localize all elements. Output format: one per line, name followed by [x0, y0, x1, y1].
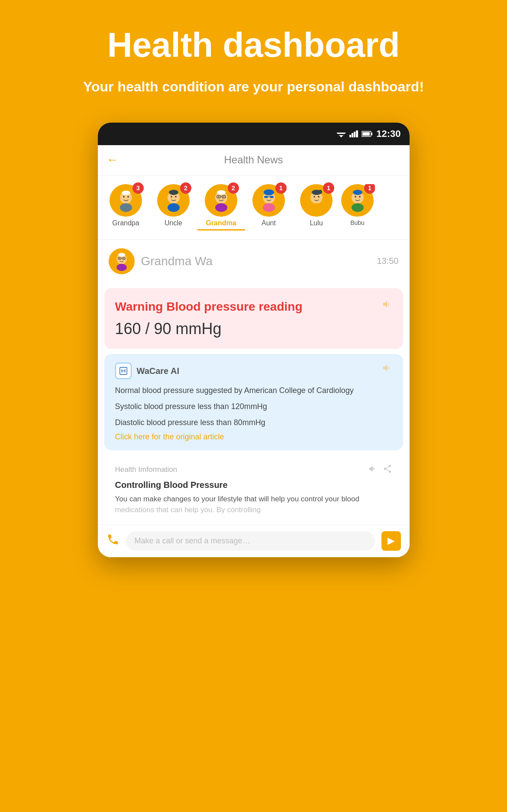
contact-bubu[interactable]: 1 Bubu: [340, 184, 375, 231]
info-body: You can make changes to your lifestyle t…: [115, 494, 392, 516]
warning-card: Warning Blood pressure reading 160 / 90 …: [104, 288, 403, 349]
uncle-badge: 2: [180, 182, 191, 194]
ai-text-2: Systolic blood pressure less than 120mmH…: [115, 400, 382, 413]
svg-rect-3: [349, 135, 351, 137]
lulu-name: Lulu: [310, 219, 323, 227]
ai-content: WaCare AI Normal blood pressure suggeste…: [115, 363, 382, 441]
svg-rect-35: [270, 196, 274, 198]
svg-rect-5: [354, 132, 355, 137]
ai-text-3: Diastolic blood pressure less than 80mmH…: [115, 416, 382, 429]
svg-rect-34: [264, 196, 268, 198]
info-body-text: You can make changes to your lifestyle t…: [115, 495, 359, 503]
contact-grandma[interactable]: 2 Grandma: [197, 184, 245, 231]
send-icon: ▶: [388, 535, 395, 546]
contact-grandpa[interactable]: 3 Grandpa: [102, 184, 150, 231]
svg-marker-2: [339, 135, 343, 137]
svg-point-28: [223, 196, 224, 198]
info-share-icon[interactable]: [383, 464, 392, 476]
header-title: Health News: [224, 154, 283, 166]
app-header: ← Health News: [98, 145, 410, 175]
warning-content: Warning Blood pressure reading 160 / 90 …: [115, 299, 382, 338]
status-icons: 12:30: [336, 128, 400, 140]
ai-link[interactable]: Click here for the original article: [115, 432, 382, 442]
ai-header-row: WaCare AI: [115, 363, 382, 379]
svg-point-12: [122, 191, 130, 195]
info-speaker-icon[interactable]: [368, 464, 378, 476]
conversation-identity: Grandma Wa: [109, 248, 213, 274]
svg-rect-9: [362, 132, 370, 136]
message-input[interactable]: Make a call or send a message…: [126, 531, 375, 551]
contact-aunt[interactable]: 1 Aunt: [245, 184, 293, 231]
bubu-avatar-wrapper: 1: [341, 184, 374, 217]
svg-point-21: [168, 203, 180, 212]
aunt-badge: 1: [275, 182, 287, 194]
grandma-badge: 2: [228, 182, 239, 194]
svg-point-30: [215, 203, 227, 212]
phone-call-button[interactable]: [107, 533, 119, 549]
wacare-logo: [115, 363, 132, 379]
svg-point-42: [313, 196, 315, 198]
svg-point-14: [127, 196, 129, 198]
ai-name-label: WaCare AI: [137, 366, 180, 376]
info-title: Controlling Blood Pressure: [115, 480, 392, 490]
bottom-bar: Make a call or send a message… ▶: [98, 524, 410, 557]
svg-point-33: [264, 189, 274, 195]
grandma-avatar-wrapper: 2: [205, 184, 237, 217]
svg-point-44: [310, 203, 323, 212]
bubu-badge: 1: [364, 184, 375, 194]
lulu-badge: 1: [323, 182, 334, 194]
svg-rect-4: [352, 133, 353, 137]
page-title: Health dashboard: [107, 26, 400, 64]
conversation-time: 13:50: [377, 256, 398, 266]
svg-point-19: [171, 196, 172, 198]
svg-rect-6: [356, 130, 358, 137]
svg-point-15: [120, 203, 132, 212]
contact-uncle[interactable]: 2 Uncle: [150, 184, 197, 231]
bubu-name: Bubu: [350, 219, 365, 226]
back-button[interactable]: ←: [107, 153, 119, 167]
ai-card: WaCare AI Normal blood pressure suggeste…: [104, 354, 403, 450]
status-bar: 12:30: [98, 123, 410, 145]
uncle-avatar-wrapper: 2: [157, 184, 190, 217]
svg-point-41: [318, 190, 322, 194]
warning-title: Warning Blood pressure reading: [115, 299, 382, 315]
info-card: Health Imformation Controlling Blood Pre…: [104, 455, 403, 524]
conversation-header: Grandma Wa 13:50: [98, 240, 410, 283]
info-header-row: Health Imformation: [115, 464, 392, 476]
ai-speaker-svg: [382, 363, 392, 373]
svg-point-59: [116, 264, 126, 271]
signal-icon: [349, 130, 358, 137]
svg-point-57: [123, 258, 124, 259]
status-time: 12:30: [376, 128, 400, 140]
phone-icon: [107, 533, 119, 546]
svg-point-29: [217, 190, 226, 195]
svg-point-18: [169, 190, 178, 195]
info-source-label: Health Imformation: [115, 465, 178, 474]
aunt-name: Aunt: [262, 219, 276, 227]
svg-point-48: [355, 196, 356, 198]
svg-point-47: [353, 190, 362, 195]
info-speaker-svg: [368, 464, 378, 474]
phone-mockup: 12:30 ← Health News: [98, 123, 410, 557]
contact-lulu[interactable]: 1 Lulu: [293, 184, 340, 231]
svg-point-58: [118, 253, 125, 257]
battery-icon: [362, 131, 373, 137]
info-body-blurred: medications that can help you. By contro…: [115, 506, 261, 514]
warning-speaker-icon[interactable]: [382, 299, 392, 312]
svg-point-50: [352, 203, 364, 212]
speaker-icon-svg: [382, 299, 392, 309]
send-button[interactable]: ▶: [381, 531, 401, 551]
uncle-name: Uncle: [165, 219, 182, 227]
lulu-avatar-wrapper: 1: [300, 184, 333, 217]
aunt-avatar-wrapper: 1: [252, 184, 285, 217]
warning-value: 160 / 90 mmHg: [115, 320, 382, 338]
grandma-wa-avatar: [109, 248, 135, 274]
page-subtitle: Your health condition are your personal …: [83, 77, 424, 97]
svg-rect-8: [371, 133, 372, 135]
grandma-name: Grandma: [206, 219, 236, 227]
wifi-icon: [336, 130, 346, 137]
conversation-name: Grandma Wa: [141, 254, 213, 268]
svg-point-49: [359, 196, 361, 198]
ai-speaker-icon[interactable]: [382, 363, 392, 376]
contacts-row: 3 Grandpa 2: [98, 175, 410, 240]
